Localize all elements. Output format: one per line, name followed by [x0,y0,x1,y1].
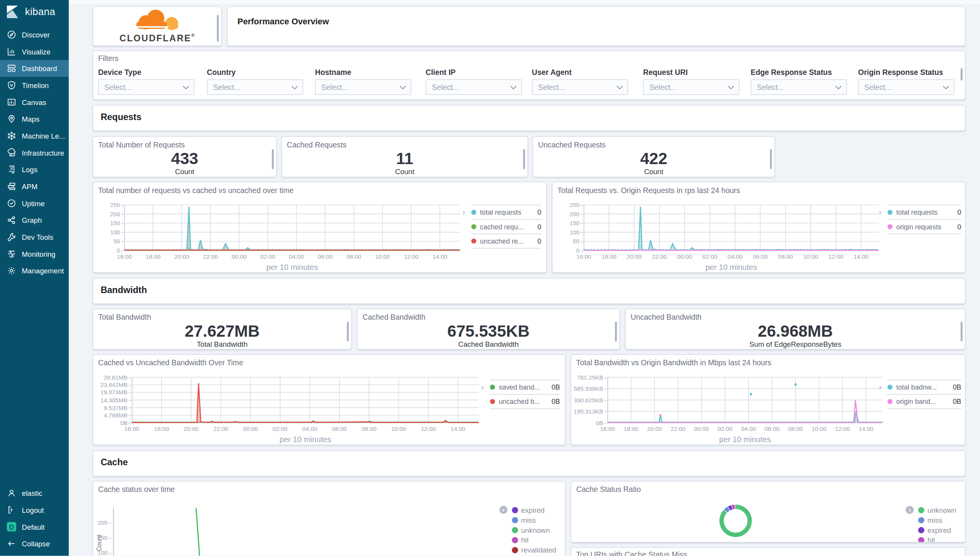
legend-collapse-icon[interactable]: › [463,207,465,217]
chart-title: Total number of requests vs cached vs un… [98,186,294,195]
legend-item-miss[interactable]: miss [918,515,956,525]
legend-collapse-icon[interactable]: › [879,207,881,217]
legend-item-unknown[interactable]: unknown [512,525,556,535]
edge-response-status-select[interactable]: Select... [750,79,847,95]
dev-tools-icon [7,232,16,242]
kibana-logo[interactable]: kibana [0,0,69,24]
chevron-down-icon [943,83,949,89]
legend-item-saved-bandwidth[interactable]: saved band... 0B [490,380,560,394]
sidebar-item-space-default[interactable]: D Default [0,518,69,535]
user-agent-select[interactable]: Select... [532,79,628,95]
chart-cache-status-ratio: Cache Status Ratio › unknown miss expire… [571,481,966,542]
sidebar-item-dashboard[interactable]: Dashboard [0,60,69,77]
legend-item-total-requests[interactable]: total requests 0 [471,205,541,219]
series-dot [471,224,476,229]
metric-value: 433 [93,149,276,169]
legend-item-uncached-requests[interactable]: uncached re... 0 [471,234,541,248]
hostname-select[interactable]: Select... [315,79,411,95]
series-dot [918,527,924,533]
sidebar-item-graph[interactable]: Graph [0,212,69,229]
chart-title: Total Bandwidth vs Origin Bandwidth in M… [576,358,771,367]
sidebar-item-discover[interactable]: Discover [0,26,69,43]
legend-item-hit[interactable]: hit [512,535,556,545]
chart-total-vs-origin-bandwidth: Total Bandwidth vs Origin Bandwidth in M… [571,354,966,445]
legend-item-uncached-bandwidth[interactable]: uncached b... 0B [490,394,560,409]
sidebar-item-maps[interactable]: Maps [0,110,69,127]
logs-icon [7,165,16,174]
legend-item-revalidated[interactable]: revalidated [512,545,556,555]
requests-section-header: Requests [92,105,965,131]
sidebar-item-canvas[interactable]: Canvas [0,94,69,111]
chart-legend: › total requests 0 origin requests 0 [888,205,961,234]
sidebar-item-visualize[interactable]: Visualize [0,43,69,60]
sidebar-item-machine-learning[interactable]: Machine Le... [0,127,69,144]
bandwidth-section-header: Bandwidth [92,278,965,304]
chart-plot: 28.61MB23.842MB19.073MB14.305MB9.537MB4.… [132,377,479,423]
sidebar-item-collapse[interactable]: Collapse [0,535,69,556]
legend-item-hit[interactable]: hit [918,535,956,542]
panel-scrollbar[interactable] [523,149,525,170]
cache-status-ratio-donut[interactable] [720,505,752,537]
sidebar-item-logout[interactable]: Logout [0,502,69,519]
chart-cache-status-over-time: Cache status over time Count 20015010050… [92,481,565,556]
panel-scrollbar[interactable] [961,322,963,342]
filter-label: Device Type [98,68,194,77]
legend-item-expired[interactable]: expired [512,505,556,515]
legend-collapse-icon[interactable]: › [879,382,881,392]
panel-scrollbar[interactable] [272,149,274,170]
sidebar-item-logs[interactable]: Logs [0,161,69,178]
filter-client-ip: Client IP Select... [425,68,522,95]
panel-scrollbar[interactable] [217,15,219,42]
metric-title: Uncached Requests [538,141,606,149]
sidebar-item-label: Canvas [22,98,46,106]
panel-scrollbar[interactable] [347,322,349,342]
country-select[interactable]: Select... [207,79,303,95]
metric-total-requests: Total Number of Requests 433 Count [92,136,277,178]
legend-item-total-bandwidth[interactable]: total badnw... 0B [888,380,961,394]
metric-cached-bandwidth: Cached Bandwidth 675.535KB Cached Bandwi… [357,309,620,350]
legend-collapse-icon[interactable]: › [499,506,507,514]
device-type-select[interactable]: Select... [98,79,194,95]
sidebar-item-apm[interactable]: APM [0,178,69,195]
filter-country: Country Select... [207,68,303,95]
sidebar-item-dev-tools[interactable]: Dev Tools [0,229,69,246]
chart-legend: › total requests 0 cached requ... 0 unca… [471,205,541,248]
series-dot [490,385,495,390]
panel-scrollbar[interactable] [770,149,772,170]
panel-scrollbar[interactable] [961,68,963,80]
legend-item-cached-requests[interactable]: cached requ... 0 [471,219,541,234]
chart-requests-over-time: Total number of requests vs cached vs un… [92,182,547,273]
kibana-logo-icon [5,4,20,19]
legend-collapse-icon[interactable]: › [481,382,484,392]
origin-response-status-select[interactable]: Select... [858,79,954,95]
request-uri-select[interactable]: Select... [643,79,739,95]
legend-item-total-requests[interactable]: total requests 0 [888,205,961,219]
sidebar-item-monitoring[interactable]: Monitoring [0,246,69,263]
legend-item-origin-requests[interactable]: origin requests 0 [888,219,961,234]
legend-collapse-icon[interactable]: › [905,506,914,514]
sidebar-item-timelion[interactable]: Timelion [0,77,69,94]
series-dot [512,507,518,513]
metric-uncached-requests: Uncached Requests 422 Count [533,136,775,178]
sidebar-item-label: Dashboard [22,64,57,72]
metric-title: Cached Bandwidth [362,313,425,322]
chart-plot: 200150100500 [113,508,544,556]
panel-scrollbar[interactable] [615,322,617,342]
series-dot [512,517,518,523]
filter-label: Hostname [315,68,411,77]
legend-item-expired[interactable]: expired [918,525,956,535]
visualize-icon [7,47,16,56]
sidebar-item-user[interactable]: elastic [0,485,69,502]
sidebar-item-management[interactable]: Management [0,262,69,279]
cloudflare-logo: CLOUDFLARE® [111,9,204,43]
client-ip-select[interactable]: Select... [425,79,522,95]
legend-item-origin-bandwidth[interactable]: origin band... 0B [888,394,961,409]
legend-item-miss[interactable]: miss [512,515,556,525]
series-dot [471,210,476,215]
sidebar-item-label: Graph [22,216,42,224]
sidebar-item-infrastructure[interactable]: Infrastructure [0,144,69,161]
legend-item-unknown[interactable]: unknown [918,505,956,515]
sidebar-items: Discover Visualize Dashboard Timelion Ca… [0,26,69,279]
sidebar-item-uptime[interactable]: Uptime [0,195,69,212]
sidebar-item-label: Monitoring [22,250,56,258]
